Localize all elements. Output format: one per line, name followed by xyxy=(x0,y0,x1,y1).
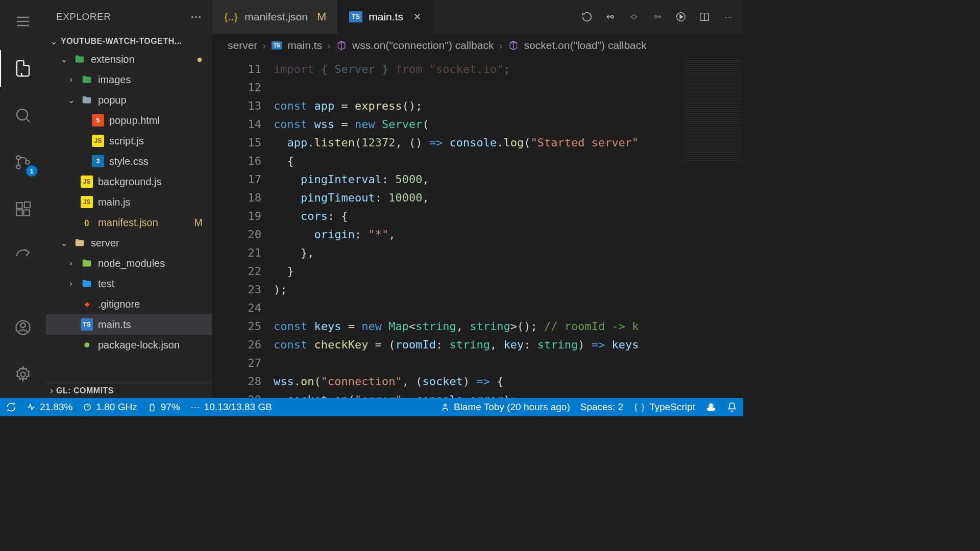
breadcrumb-part[interactable]: socket.on("load") callback xyxy=(524,39,647,52)
tab-file-icon: TS xyxy=(349,11,362,22)
svg-rect-11 xyxy=(24,202,30,208)
activity-bar: 1 xyxy=(0,0,46,398)
breadcrumb[interactable]: server›TSmain.ts›wss.on("connection") ca… xyxy=(212,34,743,57)
tree-item-label: extension xyxy=(91,54,135,65)
svg-point-5 xyxy=(16,156,20,160)
tree-item-label: images xyxy=(98,74,131,86)
settings-icon[interactable] xyxy=(11,362,35,387)
scm-badge: 1 xyxy=(26,165,37,177)
commits-section-header[interactable]: › GL: COMMITS xyxy=(46,383,212,398)
svg-marker-23 xyxy=(680,15,683,18)
file-icon: JS xyxy=(81,176,93,188)
tree-item-label: popup.html xyxy=(109,115,160,127)
share-icon[interactable] xyxy=(11,244,35,268)
file-style-css[interactable]: 3style.css xyxy=(46,151,212,171)
svg-point-7 xyxy=(26,160,30,164)
run-back-icon[interactable] xyxy=(604,11,617,23)
status-blame[interactable]: Blame Toby (20 hours ago) xyxy=(440,402,570,413)
folder-node-modules[interactable]: ›node_modules xyxy=(46,253,212,273)
svg-rect-28 xyxy=(150,405,154,411)
copilot-icon[interactable] xyxy=(705,402,717,413)
status-spaces[interactable]: Spaces: 2 xyxy=(580,402,624,413)
run-icon[interactable] xyxy=(675,11,687,23)
svg-rect-10 xyxy=(23,210,29,215)
tab-actions: ⋯ xyxy=(581,0,743,34)
project-section-header[interactable]: ⌄ YOUTUBE-WATCH-TOGETH... xyxy=(46,34,212,49)
status-mem[interactable]: ⋯ 10.13/13.83 GB xyxy=(190,402,272,413)
file-package-lock-json[interactable]: ⬢package-lock.json xyxy=(46,335,212,355)
svg-line-27 xyxy=(87,406,88,407)
file-background-js[interactable]: JSbackground.js xyxy=(46,171,212,192)
sidebar-more-icon[interactable]: ⋯ xyxy=(190,10,202,23)
circle-icon-1[interactable] xyxy=(628,11,640,23)
account-icon[interactable] xyxy=(11,315,35,340)
tab-manifest-json[interactable]: {..}manifest.jsonM xyxy=(212,0,338,34)
breadcrumb-part[interactable]: server xyxy=(228,39,257,52)
file-manifest-json[interactable]: {}manifest.jsonM xyxy=(46,212,212,233)
breadcrumb-part[interactable]: main.ts xyxy=(287,39,322,52)
tree-item-label: background.js xyxy=(98,176,162,188)
circle-icon-2[interactable] xyxy=(651,11,664,23)
folder-popup[interactable]: ⌄popup xyxy=(46,90,212,110)
folder-images[interactable]: ›images xyxy=(46,69,212,90)
source-control-icon[interactable]: 1 xyxy=(11,150,35,174)
code-content[interactable]: import { Server } from "socket.io"; cons… xyxy=(274,57,683,398)
tab-file-icon: {..} xyxy=(224,11,238,23)
svg-point-14 xyxy=(21,372,26,377)
extensions-icon[interactable] xyxy=(11,197,35,221)
minimap[interactable] xyxy=(683,57,743,398)
commits-label: GL: COMMITS xyxy=(56,386,114,395)
file-icon: JS xyxy=(92,135,104,147)
file-icon: ⬢ xyxy=(81,339,93,351)
svg-point-29 xyxy=(444,404,447,407)
status-cpu[interactable]: 21.83% xyxy=(27,402,72,413)
status-lang[interactable]: { } TypeScript xyxy=(633,402,695,413)
breadcrumb-icon xyxy=(508,40,519,51)
menu-icon[interactable] xyxy=(11,9,35,34)
folder-icon xyxy=(81,73,93,86)
status-ghz[interactable]: 1.80 GHz xyxy=(83,402,137,413)
file-icon: 3 xyxy=(92,155,104,167)
tree-item-label: manifest.json xyxy=(98,217,158,229)
folder-test[interactable]: ›test xyxy=(46,273,212,294)
status-bar: 21.83% 1.80 GHz 97% ⋯ 10.13/13.83 GB Bla… xyxy=(0,398,743,416)
breadcrumb-part[interactable]: wss.on("connection") callback xyxy=(352,39,494,52)
chevron-right-icon: › xyxy=(50,385,53,396)
file-icon: 5 xyxy=(92,114,104,127)
tree-item-label: style.css xyxy=(109,156,149,167)
explorer-icon[interactable] xyxy=(11,56,35,81)
breadcrumb-separator: › xyxy=(262,39,266,52)
file-popup-html[interactable]: 5popup.html xyxy=(46,110,212,131)
tree-item-label: script.js xyxy=(109,135,144,147)
file--gitignore[interactable]: ◆.gitignore xyxy=(46,294,212,314)
file-script-js[interactable]: JSscript.js xyxy=(46,131,212,151)
code-editor[interactable]: 11121314151617181920212223242526272829 i… xyxy=(212,57,743,398)
folder-icon xyxy=(74,237,86,249)
chevron-icon: ⌄ xyxy=(59,55,68,64)
timeline-icon[interactable] xyxy=(581,11,593,23)
chevron-icon: › xyxy=(66,279,76,288)
breadcrumb-icon: TS xyxy=(271,40,282,51)
svg-point-15 xyxy=(611,16,614,18)
folder-icon xyxy=(74,53,86,65)
tab-main-ts[interactable]: TSmain.ts✕ xyxy=(338,0,433,34)
folder-icon xyxy=(81,257,93,269)
sync-icon[interactable] xyxy=(6,402,16,412)
folder-extension[interactable]: ⌄extension● xyxy=(46,49,212,69)
file-main-ts[interactable]: TSmain.ts xyxy=(46,314,212,335)
search-icon[interactable] xyxy=(11,103,35,128)
file-tree: ⌄extension●›images⌄popup5popup.htmlJSscr… xyxy=(46,49,212,383)
svg-point-30 xyxy=(709,405,710,406)
tab-more-icon[interactable]: ⋯ xyxy=(722,11,734,23)
folder-server[interactable]: ⌄server xyxy=(46,233,212,253)
status-battery[interactable]: 97% xyxy=(148,402,180,413)
chevron-icon: ⌄ xyxy=(59,238,68,248)
svg-point-13 xyxy=(21,323,26,328)
file-main-js[interactable]: JSmain.js xyxy=(46,192,212,212)
bell-icon[interactable] xyxy=(727,402,737,412)
chevron-icon: › xyxy=(66,75,76,84)
git-status: ● xyxy=(197,54,203,65)
folder-icon xyxy=(81,94,93,106)
close-icon[interactable]: ✕ xyxy=(413,11,421,22)
split-icon[interactable] xyxy=(698,11,710,23)
